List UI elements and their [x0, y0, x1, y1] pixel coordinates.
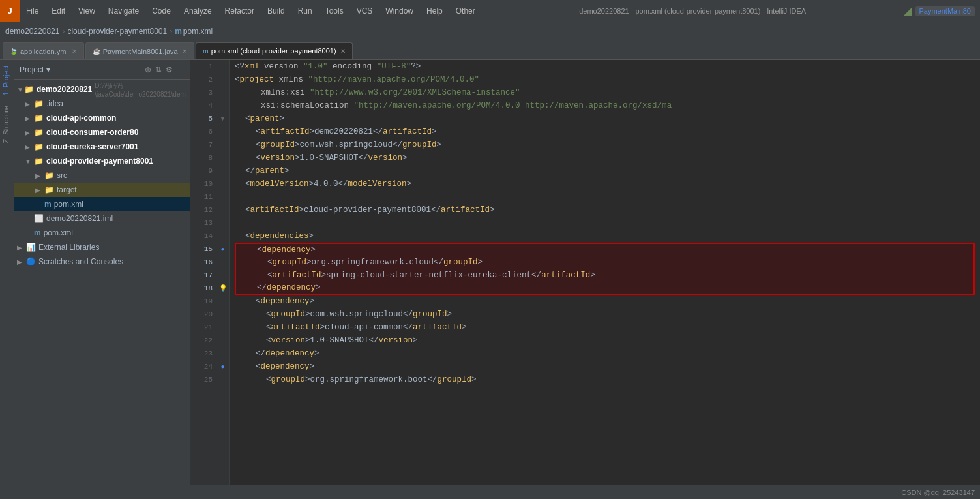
menu-file[interactable]: File [20, 0, 45, 22]
tree-item-root[interactable]: ▼ 📁 demo20220821 D:\码码码\javaCode\demo202… [14, 82, 190, 97]
line-num-5: 5 [190, 112, 213, 125]
tree-item-src[interactable]: ▶ 📁 src [14, 168, 190, 183]
code-line-5: <parent> [235, 112, 975, 125]
gutter-16 [216, 256, 229, 269]
tree-label-pom-root: pom.xml [44, 228, 73, 237]
tree-item-consumer-order[interactable]: ▶ 📁 cloud-consumer-order80 [14, 125, 190, 140]
gutter-15[interactable]: ● [216, 243, 229, 256]
gutter-1 [216, 60, 229, 73]
tab-application-yml[interactable]: 🍃 application.yml ✕ [3, 42, 84, 59]
breadcrumb-root[interactable]: demo20220821 [5, 27, 59, 36]
vtab-project[interactable]: 1: Project [0, 60, 14, 100]
menu-code[interactable]: Code [145, 0, 177, 22]
code-line-6: <artifactId>demo20220821</artifactId> [235, 125, 975, 138]
code-line-25: <groupId>org.springframework.boot</group… [235, 373, 975, 386]
sidebar-locate-icon[interactable]: ⊕ [145, 65, 151, 74]
code-line-22: <version>1.0-SNAPSHOT</version> [235, 334, 975, 347]
tree-item-pom-child[interactable]: m pom.xml [14, 197, 190, 211]
line-num-3: 3 [190, 86, 213, 99]
tree-item-iml[interactable]: ⬜ demo20220821.iml [14, 211, 190, 226]
tree-label-scratches: Scratches and Consoles [38, 257, 123, 266]
code-area: 1 2 3 4 5 6 7 8 9 10 11 12 13 14 15 16 1… [190, 60, 980, 485]
code-line-19: <dependency> [235, 295, 975, 308]
line-numbers: 1 2 3 4 5 6 7 8 9 10 11 12 13 14 15 16 1… [190, 60, 216, 485]
iml-icon: ⬜ [34, 214, 44, 223]
folder-icon-src: 📁 [44, 171, 54, 180]
code-line-16: <groupId>org.springframework.cloud</grou… [235, 256, 975, 269]
menu-help[interactable]: Help [420, 0, 449, 22]
tree-label-consumer: cloud-consumer-order80 [46, 128, 138, 137]
tab-close-java[interactable]: ✕ [182, 48, 187, 55]
gutter-25 [216, 373, 229, 386]
tree-item-cloud-api-common[interactable]: ▶ 📁 cloud-api-common [14, 111, 190, 125]
tree-label-target: target [57, 185, 77, 194]
tree-item-eureka-server[interactable]: ▶ 📁 cloud-eureka-server7001 [14, 140, 190, 154]
menu-analyze[interactable]: Analyze [177, 0, 218, 22]
code-line-8: <version>1.0-SNAPSHOT</version> [235, 151, 975, 164]
tab-label-java: PaymentMain8001.java [103, 48, 178, 55]
menu-refactor[interactable]: Refactor [218, 0, 261, 22]
payment-tab[interactable]: PaymentMain80 [915, 6, 975, 16]
menu-navigate[interactable]: Navigate [102, 0, 145, 22]
line-num-14: 14 [190, 230, 213, 243]
gutter-9 [216, 164, 229, 177]
tab-pom-xml[interactable]: m pom.xml (cloud-provider-payment8001) ✕ [196, 42, 353, 59]
lib-icon: 📊 [26, 243, 36, 252]
tab-close-pom[interactable]: ✕ [340, 48, 346, 55]
sidebar-icons: ⊕ ⇅ ⚙ — [145, 65, 185, 74]
tree-item-scratches[interactable]: ▶ 🔵 Scratches and Consoles [14, 254, 190, 269]
code-line-4: xsi:schemaLocation="http://maven.apache.… [235, 99, 975, 112]
gutter-14 [216, 230, 229, 243]
line-num-23: 23 [190, 347, 213, 360]
menu-run[interactable]: Run [291, 0, 319, 22]
gutter-22 [216, 334, 229, 347]
vtab-structure[interactable]: Z: Structure [0, 100, 14, 148]
code-line-11 [235, 190, 975, 204]
menu-bar: File Edit View Navigate Code Analyze Ref… [20, 0, 482, 22]
gutter-18[interactable]: 💡 [216, 282, 229, 295]
code-line-14: <dependencies> [235, 230, 975, 243]
menu-view[interactable]: View [72, 0, 102, 22]
pom-icon: m [203, 48, 209, 55]
tree-item-idea[interactable]: ▶ 📁 .idea [14, 97, 190, 111]
project-panel: Project ▾ ⊕ ⇅ ⚙ — ▼ 📁 demo20220821 D:\码码… [14, 60, 190, 499]
tree-item-target[interactable]: ▶ 📁 target [14, 183, 190, 197]
code-line-13 [235, 217, 975, 230]
sidebar-close-icon[interactable]: — [177, 65, 185, 74]
breadcrumb-file[interactable]: pom.xml [183, 27, 213, 36]
code-content[interactable]: <?xml version="1.0" encoding="UTF-8"?> <… [230, 60, 980, 485]
line-num-21: 21 [190, 321, 213, 334]
line-num-10: 10 [190, 177, 213, 190]
menu-build[interactable]: Build [261, 0, 291, 22]
sidebar-gear-icon[interactable]: ⚙ [166, 65, 173, 74]
line-num-16: 16 [190, 256, 213, 269]
menu-vcs[interactable]: VCS [350, 0, 379, 22]
tree-label-root: demo20220821 [37, 85, 92, 94]
line-num-4: 4 [190, 99, 213, 112]
bookmark-icon[interactable]: ◢ [904, 5, 912, 17]
tab-close-yml[interactable]: ✕ [72, 48, 77, 55]
tree-item-pom-root[interactable]: m pom.xml [14, 226, 190, 240]
tree-item-payment8001[interactable]: ▼ 📁 cloud-provider-payment8001 [14, 154, 190, 168]
scratch-icon: 🔵 [26, 257, 36, 266]
menu-other[interactable]: Other [449, 0, 482, 22]
tree-item-external-libs[interactable]: ▶ 📊 External Libraries [14, 240, 190, 254]
menu-window[interactable]: Window [379, 0, 420, 22]
gutter-5[interactable]: ▼ [216, 112, 229, 125]
yml-icon: 🍃 [10, 48, 18, 55]
line-num-8: 8 [190, 151, 213, 164]
menu-edit[interactable]: Edit [45, 0, 72, 22]
line-num-6: 6 [190, 125, 213, 138]
code-line-23: </dependency> [235, 347, 975, 360]
gutter-2 [216, 73, 229, 86]
menu-tools[interactable]: Tools [319, 0, 350, 22]
line-num-24: 24 [190, 360, 213, 373]
breadcrumb-module[interactable]: cloud-provider-payment8001 [67, 27, 167, 36]
folder-icon-api-common: 📁 [34, 113, 44, 123]
code-line-10: <modelVersion>4.0.0</modelVersion> [235, 177, 975, 190]
gutter-24[interactable]: ● [216, 360, 229, 373]
code-line-1: <?xml version="1.0" encoding="UTF-8"?> [235, 60, 975, 73]
tab-paymentmain-java[interactable]: ☕ PaymentMain8001.java ✕ [85, 42, 194, 59]
sidebar-sort-icon[interactable]: ⇅ [155, 65, 162, 74]
gutter-17 [216, 269, 229, 282]
